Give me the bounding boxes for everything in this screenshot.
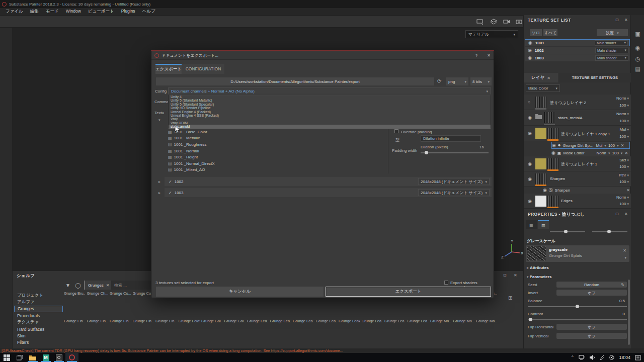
- filter-icon[interactable]: ▼: [64, 281, 72, 289]
- layer-row[interactable]: 塗りつぶしレイヤ 2 Norm 100: [524, 95, 631, 110]
- shading-cube-icon[interactable]: [489, 17, 498, 26]
- toolbar-icon[interactable]: [67, 17, 76, 26]
- preset-option[interactable]: Unity 5 (Standard Specular): [169, 103, 491, 106]
- slider-knob[interactable]: [607, 230, 611, 233]
- blend-mode[interactable]: Norm: [596, 151, 606, 155]
- shelf-tile[interactable]: Grunge Ma...: [430, 319, 451, 324]
- grayscale-properties-tab[interactable]: ▥: [538, 220, 549, 229]
- menu-item[interactable]: ヘルプ: [139, 8, 159, 15]
- tab-export[interactable]: エクスポート: [155, 64, 182, 74]
- shelf-tile[interactable]: Grunge Bru...: [64, 291, 85, 296]
- shelf-tile[interactable]: Grunge Lea...: [247, 319, 268, 324]
- remove-effect-icon[interactable]: [624, 151, 628, 155]
- tab-configuration[interactable]: CONFIGURATION: [182, 64, 224, 74]
- preset-option[interactable]: Unreal Engine 4 (Packed): [169, 110, 491, 114]
- close-panel-icon[interactable]: [514, 273, 517, 278]
- viewport-shading-dropdown[interactable]: マテリアル: [465, 30, 518, 38]
- preset-option[interactable]: Unity HD Render Pipeline: [169, 106, 491, 110]
- export-button[interactable]: エクスポート: [326, 287, 491, 297]
- export-file-row[interactable]: ▤1001 _Mixed_AO: [168, 167, 386, 173]
- cancel-button[interactable]: キャンセル: [156, 287, 324, 297]
- opacity-value[interactable]: 100: [619, 202, 626, 206]
- close-tab-icon[interactable]: [547, 75, 550, 80]
- shelf-category[interactable]: Skin: [14, 332, 63, 339]
- shelf-category[interactable]: テクスチャ: [14, 319, 63, 326]
- shelf-tile[interactable]: Grunge Leaks: [339, 319, 360, 324]
- refresh-icon[interactable]: ⟳: [437, 78, 441, 84]
- size-dropdown[interactable]: 2048x2048 (ドキュメント サイズ): [418, 178, 490, 185]
- preset-option[interactable]: Vray: [169, 117, 491, 121]
- layer-effect-row[interactable]: ▣ Mask Editor Norm 100: [551, 149, 630, 156]
- shelf-category[interactable]: Filters: [14, 339, 63, 346]
- material-properties-tab[interactable]: ▦: [526, 220, 537, 229]
- float-panel-icon[interactable]: ⊡: [615, 18, 619, 22]
- layer-effect-row[interactable]: Ⓢ Sharpen: [543, 187, 630, 194]
- shelf-category[interactable]: Grunges: [14, 306, 63, 312]
- menu-item[interactable]: Plugins: [118, 8, 139, 15]
- shader-dropdown[interactable]: Main shader: [595, 48, 628, 53]
- screenshot-icon[interactable]: [514, 17, 523, 26]
- clear-resource-icon[interactable]: [623, 248, 626, 253]
- dialog-titlebar[interactable]: ドキュメントをエクスポート... ? ✕: [151, 51, 494, 60]
- preset-option[interactable]: Unity 4: [169, 95, 491, 99]
- grayscale-resource-card[interactable]: grayscale Grunge Dirt Splats: [526, 245, 629, 262]
- export-path-input[interactable]: D:/Users/workstation/Documents/Allegorit…: [156, 77, 434, 85]
- shelf-tile[interactable]: Grunge Folds: [179, 319, 200, 324]
- action-center-icon[interactable]: [635, 355, 641, 360]
- shelf-tile[interactable]: Grunge Co...: [110, 291, 131, 296]
- collapse-set-icon[interactable]: [158, 118, 160, 122]
- shelf-tile[interactable]: Grunge Fin...: [133, 319, 154, 324]
- shelf-tile[interactable]: Grunge Lea...: [293, 319, 314, 324]
- shelf-tool-icon[interactable]: [34, 281, 42, 289]
- menu-item[interactable]: ファイル: [2, 8, 27, 15]
- config-dropdown[interactable]: Document channels + Normal + AO (No Alph…: [168, 87, 491, 95]
- close-panel-icon[interactable]: [624, 18, 628, 22]
- shelf-tile[interactable]: Grunge Ma...: [453, 319, 474, 324]
- blend-mode[interactable]: Mul: [596, 143, 602, 148]
- remove-effect-icon[interactable]: [626, 188, 630, 193]
- flip-horizontal-toggle[interactable]: オフ: [556, 324, 627, 330]
- tab-layers[interactable]: レイヤ: [524, 73, 558, 82]
- remove-filter-icon[interactable]: [106, 283, 110, 288]
- network-icon[interactable]: [579, 355, 585, 360]
- shelf-category[interactable]: Hard Surfaces: [14, 326, 63, 332]
- shelf-tile[interactable]: Grunge Lea...: [408, 319, 429, 324]
- tab-texture-set-settings[interactable]: TEXTURE SET SETTINGS: [559, 73, 631, 82]
- contrast-knob[interactable]: [529, 318, 532, 321]
- visibility-icon[interactable]: [528, 176, 532, 182]
- attributes-section[interactable]: Attributes: [527, 265, 549, 270]
- dilation-dropdown[interactable]: Dilation infinite: [421, 135, 481, 142]
- size-dropdown[interactable]: 2048x2048 (ドキュメント サイズ): [418, 189, 490, 196]
- filter-chip[interactable]: Grunges: [84, 281, 112, 290]
- shelf-category[interactable]: プロジェクト: [14, 292, 63, 299]
- padding-slider[interactable]: [421, 152, 489, 153]
- scrollbar[interactable]: [628, 280, 630, 345]
- float-panel-icon[interactable]: ⊡: [503, 273, 507, 278]
- blend-mode[interactable]: Mul: [620, 127, 626, 132]
- blend-mode[interactable]: Pthr: [619, 173, 626, 177]
- shelf-tile[interactable]: Grunge Fin...: [87, 319, 108, 324]
- file-explorer-taskbar-icon[interactable]: [26, 353, 39, 362]
- camera-view-icon[interactable]: [502, 17, 511, 26]
- format-dropdown[interactable]: png: [446, 77, 468, 85]
- folder-icon[interactable]: [535, 114, 542, 119]
- visibility-icon[interactable]: [528, 199, 532, 204]
- shelf-tile[interactable]: Grunge Lea...: [384, 319, 406, 324]
- toolbar-icon[interactable]: [41, 17, 50, 26]
- m-app-taskbar-icon[interactable]: M: [39, 353, 52, 362]
- seed-button[interactable]: Random✎: [556, 282, 627, 288]
- history-icon[interactable]: ◷: [634, 55, 641, 63]
- preset-option[interactable]: Unreal Engine 4 SSS (Packed): [169, 114, 491, 117]
- opacity-value[interactable]: 100: [619, 179, 626, 184]
- export-file-row[interactable]: ▤1001 _Roughness: [168, 141, 386, 148]
- shelf-tile[interactable]: Grunge Fin...: [155, 319, 177, 324]
- start-button[interactable]: [0, 353, 13, 362]
- shelf-tile[interactable]: Grunge Ma...: [476, 319, 497, 324]
- preset-option[interactable]: Unity 5 (Standard Metallic): [169, 99, 491, 102]
- checkbox-checked-icon[interactable]: [169, 191, 172, 195]
- export-file-row[interactable]: ▤1001 _Metallic: [168, 135, 386, 142]
- visibility-icon[interactable]: [543, 188, 547, 193]
- visibility-icon[interactable]: [552, 143, 556, 148]
- shelf-tool-icon[interactable]: [15, 281, 23, 289]
- texture-set-row[interactable]: 1002 Main shader: [525, 47, 630, 54]
